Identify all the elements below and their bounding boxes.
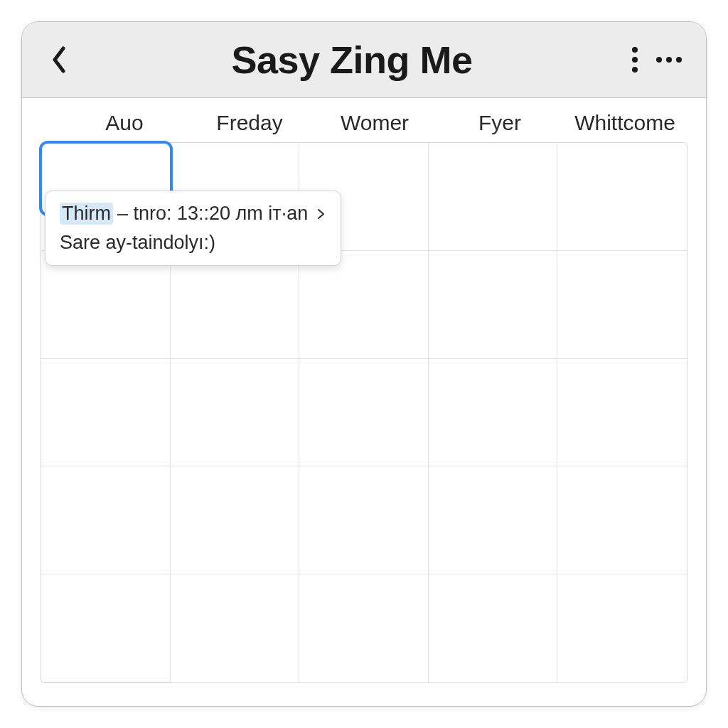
- kebab-menu-icon: [632, 47, 638, 53]
- calendar-cell[interactable]: [429, 359, 558, 467]
- more-menu-button[interactable]: [653, 54, 685, 65]
- kebab-menu-button[interactable]: [629, 44, 641, 75]
- app-window: Sasy Zing Me Auo Freday Womer Fyer Whitt…: [21, 21, 707, 707]
- column-header: Auo: [62, 111, 187, 135]
- header-actions: [629, 44, 685, 75]
- column-header: Freday: [187, 111, 312, 135]
- calendar-cell[interactable]: [41, 466, 171, 574]
- calendar-cell[interactable]: [299, 359, 429, 467]
- calendar-content: Auo Freday Womer Fyer Whittcome: [22, 98, 706, 706]
- popup-title-rest: – tnro: 13::20 лm iт·an: [117, 203, 308, 225]
- calendar-cell[interactable]: [299, 574, 429, 682]
- column-header: Fyer: [437, 111, 562, 135]
- calendar-cell[interactable]: [171, 251, 300, 359]
- calendar-cell[interactable]: [557, 466, 687, 574]
- popup-highlight-text: Thirm: [60, 203, 113, 225]
- calendar-cell[interactable]: [557, 143, 687, 251]
- back-button[interactable]: [43, 44, 75, 75]
- calendar-cell[interactable]: [171, 466, 300, 574]
- calendar-cell[interactable]: [557, 251, 687, 359]
- calendar-cell[interactable]: [429, 251, 558, 359]
- calendar-cell[interactable]: [557, 359, 687, 467]
- column-headers: Auo Freday Womer Fyer Whittcome: [41, 111, 687, 142]
- popup-title-line: Thirm – tnro: 13::20 лm iт·an: [60, 203, 326, 225]
- event-popup[interactable]: Thirm – tnro: 13::20 лm iт·an Sare ay-ta…: [45, 191, 341, 266]
- popup-subtitle: Sare ay-taindolyı:): [60, 232, 326, 254]
- page-title: Sasy Zing Me: [231, 38, 472, 82]
- calendar-cell[interactable]: [429, 466, 558, 574]
- more-horizontal-icon: [656, 57, 662, 63]
- chevron-left-icon: [49, 46, 69, 74]
- calendar-cell[interactable]: [41, 574, 171, 682]
- calendar-cell[interactable]: [299, 251, 429, 359]
- header-bar: Sasy Zing Me: [22, 22, 706, 98]
- calendar-cell[interactable]: [429, 574, 558, 682]
- chevron-right-small-icon: [316, 208, 326, 220]
- calendar-cell[interactable]: [41, 251, 171, 359]
- calendar-cell[interactable]: [429, 143, 558, 251]
- calendar-cell[interactable]: [171, 359, 300, 467]
- column-header: Womer: [312, 111, 437, 135]
- column-header: Whittcome: [562, 111, 687, 135]
- calendar-cell[interactable]: [299, 466, 429, 574]
- calendar-cell[interactable]: [171, 574, 300, 682]
- calendar-cell[interactable]: [557, 574, 687, 682]
- calendar-cell[interactable]: [41, 359, 171, 467]
